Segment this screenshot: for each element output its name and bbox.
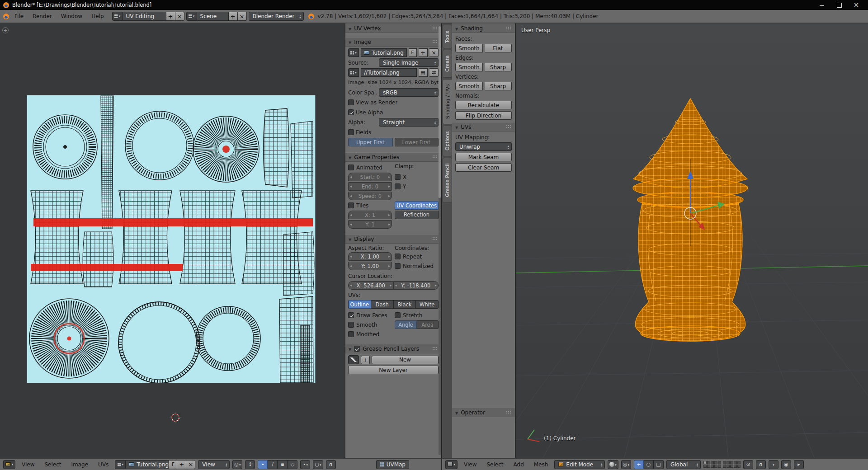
add-grease-pencil-button[interactable] — [361, 356, 370, 364]
uv-coordinates-toggle[interactable]: UV Coordinates — [395, 201, 439, 210]
color-space-dropdown[interactable]: sRGB — [379, 88, 439, 97]
clamp-y-checkbox[interactable] — [395, 183, 401, 189]
panel-operator-header[interactable]: Operator — [452, 408, 515, 417]
menu-file[interactable]: File — [11, 12, 27, 21]
browse-image-icon[interactable] — [348, 48, 359, 57]
tiles-checkbox[interactable] — [348, 202, 354, 208]
tiles-x-field[interactable]: X:1 — [348, 211, 392, 219]
tab-create[interactable]: Create — [443, 50, 452, 78]
flip-direction-button[interactable]: Flip Direction — [455, 111, 512, 120]
select-mode-face-icon[interactable] — [278, 460, 288, 469]
v3d-menu-add[interactable]: Add — [510, 460, 528, 469]
maximize-button[interactable] — [830, 0, 848, 10]
menu-render[interactable]: Render — [29, 12, 56, 21]
tab-tools[interactable]: Tools — [443, 25, 452, 48]
uv-image-name[interactable]: Tutorial.png — [126, 460, 169, 469]
uv-fake-user-button[interactable]: F — [169, 460, 177, 469]
uv-new-image-button[interactable] — [177, 460, 186, 469]
manipulator-rotate-toggle[interactable] — [644, 460, 654, 469]
area-toggle[interactable]: Area — [417, 320, 439, 329]
grease-pencil-datablock-icon[interactable] — [348, 355, 359, 364]
uv-canvas[interactable]: + — [0, 24, 344, 458]
uv-menu-view[interactable]: View — [18, 460, 38, 469]
reload-image-button[interactable] — [429, 68, 439, 77]
aspect-y-field[interactable]: Y:1.00 — [348, 262, 392, 270]
blender-menu-icon[interactable] — [3, 14, 9, 19]
panel-display-header[interactable]: Display — [345, 234, 441, 244]
region-expand-icon[interactable]: + — [2, 27, 9, 33]
reflection-toggle[interactable]: Reflection — [395, 211, 439, 219]
uv-unlink-image-button[interactable] — [186, 460, 195, 469]
fields-checkbox[interactable] — [348, 129, 354, 135]
delete-screen-layout-button[interactable] — [175, 12, 184, 21]
end-field[interactable]: End:0 — [348, 182, 392, 191]
tab-options[interactable]: Options — [443, 126, 452, 156]
animated-checkbox[interactable] — [348, 164, 354, 170]
smooth-checkbox[interactable] — [348, 322, 354, 328]
panel-game-header[interactable]: Game Properties — [345, 152, 441, 162]
viewport-3d[interactable]: User Persp (1) Cylinder — [515, 24, 868, 458]
edges-sharp-button[interactable]: Sharp — [485, 63, 512, 71]
mode-dropdown[interactable]: Edit Mode — [554, 460, 605, 469]
snap-element-dropdown[interactable] — [769, 460, 778, 469]
scene-name[interactable]: Scene — [197, 12, 229, 21]
close-button[interactable] — [848, 0, 865, 10]
add-screen-layout-button[interactable] — [166, 12, 175, 21]
uv-mode-dropdown[interactable]: View — [198, 460, 230, 469]
cursor-x-field[interactable]: X:526.400 — [348, 281, 394, 290]
panel-uvs-header[interactable]: UVs — [452, 122, 515, 132]
menu-help[interactable]: Help — [88, 12, 107, 21]
tab-shading-uvs[interactable]: Shading / UVs — [443, 79, 453, 124]
uv-dash-toggle[interactable]: Dash — [371, 300, 394, 309]
grease-new-button[interactable]: New — [372, 356, 439, 364]
repeat-checkbox[interactable] — [395, 254, 401, 259]
minimize-button[interactable] — [813, 0, 830, 10]
uv-menu-select[interactable]: Select — [41, 460, 65, 469]
snap-toggle[interactable] — [326, 460, 336, 469]
stretch-checkbox[interactable] — [395, 312, 401, 318]
start-field[interactable]: Start:0 — [348, 173, 392, 181]
panel-shading-header[interactable]: Shading — [452, 24, 515, 33]
render-anim-button[interactable] — [794, 460, 804, 469]
uv-menu-image[interactable]: Image — [68, 460, 92, 469]
grease-pencil-checkbox[interactable] — [354, 346, 360, 352]
view-as-render-checkbox[interactable] — [348, 99, 354, 105]
proportional-edit-dropdown[interactable] — [313, 460, 323, 469]
filepath-image-icon[interactable] — [348, 68, 359, 77]
draw-faces-checkbox[interactable] — [348, 312, 354, 318]
uv-browse-image-icon[interactable] — [115, 460, 126, 469]
lock-to-scene-toggle[interactable] — [743, 460, 753, 469]
vertices-smooth-button[interactable]: Smooth — [455, 82, 483, 90]
new-layer-button[interactable]: New Layer — [348, 366, 439, 374]
manipulator-scale-toggle[interactable] — [654, 460, 664, 469]
pivot-point-dropdown-3d[interactable] — [621, 460, 631, 469]
vertices-sharp-button[interactable]: Sharp — [485, 82, 512, 90]
editor-type-3d-button[interactable] — [445, 460, 458, 469]
screen-layout-browse-icon[interactable] — [112, 12, 123, 21]
sticky-selection-dropdown[interactable] — [300, 460, 310, 469]
image-source-dropdown[interactable]: Single Image — [379, 58, 439, 67]
use-alpha-checkbox[interactable] — [348, 109, 354, 115]
tab-grease-pencil[interactable]: Grease Pencil — [443, 158, 452, 203]
filepath-field[interactable]: //Tutorial.png — [361, 68, 417, 77]
v3d-menu-mesh[interactable]: Mesh — [530, 460, 552, 469]
layers-widget[interactable] — [703, 461, 741, 468]
pivot-point-dropdown[interactable] — [232, 460, 242, 469]
upper-first-toggle[interactable]: Upper First — [348, 138, 393, 146]
speed-field[interactable]: Speed:0 — [348, 192, 392, 200]
screen-layout-name[interactable]: UV Editing — [123, 12, 166, 21]
uvmap-field[interactable]: UVMap — [376, 460, 409, 469]
panel-grease-header[interactable]: Grease Pencil Layers — [345, 344, 441, 353]
scene-browse-icon[interactable] — [186, 12, 197, 21]
lower-first-toggle[interactable]: Lower First — [395, 138, 439, 146]
unlink-image-button[interactable] — [429, 48, 439, 57]
modified-checkbox[interactable] — [348, 331, 354, 337]
aspect-x-field[interactable]: X:1.00 — [348, 252, 392, 261]
manipulator-translate-toggle[interactable] — [634, 460, 644, 469]
render-engine-dropdown[interactable]: Blender Render — [249, 12, 304, 21]
viewport-shading-dropdown[interactable] — [608, 460, 618, 469]
fake-user-button[interactable]: F — [409, 48, 417, 57]
orientation-dropdown[interactable]: Global — [666, 460, 701, 469]
v3d-menu-select[interactable]: Select — [483, 460, 507, 469]
uv-white-toggle[interactable]: White — [416, 300, 439, 309]
